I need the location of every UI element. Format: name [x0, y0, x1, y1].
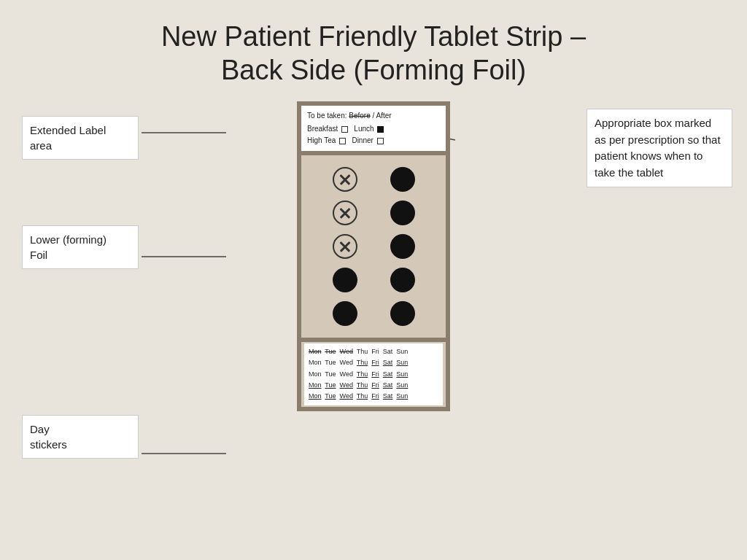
day-row-3: Mon Tue Wed Thu Fri Sat Sun	[309, 369, 438, 380]
day-inner: Mon Tue Wed Thu Fri Sat Sun Mon Tue Wed …	[304, 343, 443, 405]
annotation-day-stickers: Day stickers	[22, 415, 139, 459]
page-title: New Patient Friendly Tablet Strip – Back…	[0, 0, 747, 101]
tablet-filled-3	[390, 234, 415, 259]
to-be-taken-text: To be taken: Before / After	[307, 110, 440, 122]
breakfast-checkbox	[341, 126, 348, 133]
dinner-checkbox	[377, 138, 384, 144]
tablet-x-1	[333, 167, 357, 192]
hightea-checkbox	[339, 138, 346, 144]
day-row-5: Mon Tue Wed Thu Fri Sat Sun	[309, 391, 438, 402]
tablet-row-1	[301, 163, 446, 196]
day-row-1: Mon Tue Wed Thu Fri Sat Sun	[309, 346, 438, 357]
tablet-filled-1	[390, 167, 415, 192]
tablet-filled-5a	[333, 301, 357, 326]
tablet-row-5	[301, 297, 446, 330]
tablet-filled-4a	[333, 268, 357, 292]
annotation-lower-foil: Lower (forming) Foil	[22, 225, 139, 269]
tablet-row-2	[301, 196, 446, 230]
day-section: Mon Tue Wed Thu Fri Sat Sun Mon Tue Wed …	[297, 342, 450, 411]
foil-section	[297, 155, 450, 342]
before-text: Before	[349, 112, 370, 120]
annotation-extended-label: Extended Label area	[22, 116, 139, 160]
tablet-filled-2	[390, 201, 415, 225]
tablet-filled-5b	[390, 301, 415, 326]
tablet-x-2	[333, 201, 357, 225]
tablet-row-4	[301, 263, 446, 297]
day-row-4: Mon Tue Wed Thu Fri Sat Sun	[309, 380, 438, 391]
day-row-2: Mon Tue Wed Thu Fri Sat Sun	[309, 357, 438, 368]
lunch-checkbox	[377, 126, 384, 133]
label-inner: To be taken: Before / After Breakfast Lu…	[301, 106, 446, 151]
tablet-strip: To be taken: Before / After Breakfast Lu…	[297, 101, 450, 411]
meal-row-2: High Tea Dinner	[307, 135, 440, 147]
label-section: To be taken: Before / After Breakfast Lu…	[297, 101, 450, 155]
tablet-filled-4b	[390, 268, 415, 292]
main-content: Extended Label area Lower (forming) Foil…	[0, 101, 747, 560]
meal-row-1: Breakfast Lunch	[307, 123, 440, 135]
annotation-right-note: Appropriate box marked as per prescripti…	[587, 109, 732, 187]
tablet-row-3	[301, 230, 446, 263]
tablet-x-3	[333, 234, 357, 259]
